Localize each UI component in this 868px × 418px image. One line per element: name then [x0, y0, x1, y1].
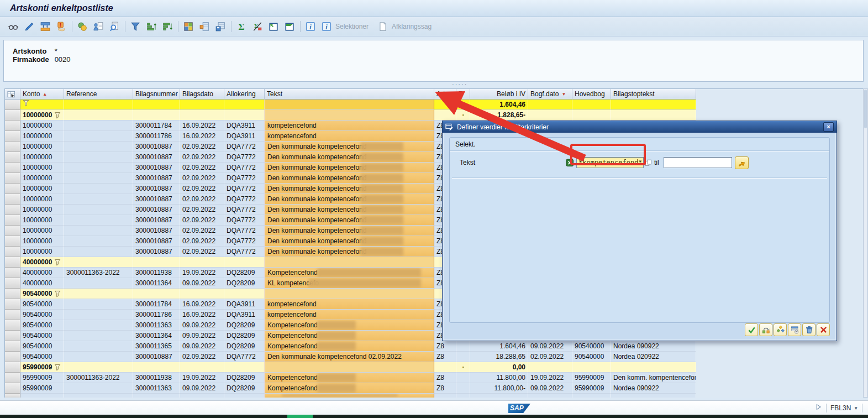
cell-art — [434, 394, 456, 398]
expand-icon[interactable] — [267, 20, 280, 33]
subtotal-marker-icon: ▪ — [459, 100, 467, 109]
table-row[interactable]: 90540000300001136509.09.2022DQ28209Kompe… — [5, 341, 863, 352]
cell-bilagsdato: 02.09.2022 — [180, 205, 224, 215]
konto-value: 90540000 — [23, 310, 52, 320]
column-header-reference[interactable]: Reference — [64, 89, 133, 100]
dialog-titlebar[interactable]: Definer værdier for filterkriterier × — [443, 121, 837, 133]
dialog-close-button[interactable]: × — [823, 122, 834, 132]
column-header-art[interactable]: Art — [434, 89, 456, 100]
column-header-tekst[interactable]: Tekst — [265, 89, 434, 100]
filter-total-row[interactable]: ▪1.604,46 — [5, 100, 863, 110]
layout-insert-icon[interactable] — [198, 20, 211, 33]
cell-allokering: DQA7772 — [224, 142, 265, 152]
statusbar-right: FBL3N ▼ — [814, 403, 866, 414]
column-header-bogfdato[interactable]: Bogf.dato▼ — [528, 89, 572, 100]
table-row[interactable]: 95990009300001136309.09.2022DQ28209Kompe… — [5, 383, 863, 394]
set-filter-icon[interactable] — [129, 20, 142, 33]
column-header-bilagstoptekst[interactable]: Bilagstoptekst — [611, 89, 696, 100]
check-entries-button[interactable] — [759, 323, 772, 336]
cell-sel — [5, 121, 20, 131]
splitter-handle[interactable]: ····· — [452, 81, 467, 87]
accept-button[interactable] — [745, 323, 758, 336]
cell-allokering — [224, 110, 265, 121]
column-header-belob[interactable]: Beløb i IV — [470, 89, 528, 100]
cell-reference — [64, 184, 133, 194]
konto-value: 10000000 — [23, 110, 52, 120]
cell-konto — [20, 100, 64, 110]
collapse-icon[interactable] — [283, 20, 296, 33]
column-header-sum[interactable]: Σ — [456, 89, 470, 100]
cancel-button[interactable] — [817, 323, 830, 336]
sort-descending-icon[interactable] — [161, 20, 174, 33]
layout-save-icon[interactable] — [214, 20, 227, 33]
total-icon[interactable]: Σ — [235, 20, 248, 33]
corner-select-icon[interactable] — [7, 90, 15, 98]
multiple-selection-button[interactable] — [774, 323, 787, 336]
cell-tekst: kompetencefond — [265, 310, 434, 320]
cell-sel — [5, 373, 20, 383]
delete-line-button[interactable] — [788, 323, 801, 336]
find-icon[interactable] — [108, 20, 121, 33]
subtotal-icon[interactable]: Σ — [251, 20, 264, 33]
filter-to-input[interactable] — [664, 157, 732, 168]
column-header-sel[interactable] — [5, 89, 20, 100]
cell-bilagsnummer: 3000010887 — [133, 247, 180, 257]
transaction-dropdown-icon[interactable]: ▼ — [854, 406, 858, 411]
cell-sel — [5, 142, 20, 152]
choose-fields-icon[interactable] — [39, 20, 52, 33]
filter-from-input[interactable] — [576, 157, 644, 168]
delete-all-button[interactable] — [802, 323, 816, 336]
selektioner-button[interactable]: iSelektioner — [320, 20, 369, 33]
cell-bilagsdato: 02.09.2022 — [180, 173, 224, 184]
column-header-hovedbog[interactable]: Hovedbog — [572, 89, 611, 100]
cell-sel — [5, 278, 20, 289]
tekst-value: Den kommunale kompetencefond — [267, 227, 366, 234]
cell-bilagstoptekst — [611, 100, 696, 110]
info-icon[interactable]: i — [304, 20, 317, 33]
copy-icon[interactable] — [645, 159, 652, 166]
scrollbar-thumb[interactable] — [864, 90, 867, 128]
table-row[interactable] — [5, 394, 863, 398]
table-row[interactable]: 90540000300001088702.09.2022DQA7772Den k… — [5, 352, 863, 362]
group-header-row[interactable]: 95990009▪0,00 — [5, 362, 863, 373]
cell-bogfdato: 02.09.2022 — [528, 352, 572, 362]
table-row[interactable]: 959900093000011363-2022300001193819.09.2… — [5, 373, 863, 383]
cell-bilagsnummer: 3000010887 — [133, 215, 180, 226]
column-header-allokering[interactable]: Allokering — [224, 89, 265, 100]
transaction-code[interactable]: FBL3N — [830, 404, 851, 412]
bilagsdato-value: 16.09.2022 — [182, 132, 215, 140]
vertical-scrollbar[interactable] — [863, 88, 868, 398]
display-glasses-icon[interactable] — [7, 20, 20, 33]
konto-value: 10000000 — [23, 226, 52, 236]
column-header-bilagsdato[interactable]: Bilagsdato — [180, 89, 224, 100]
cell-konto: 10000000 — [20, 215, 64, 226]
cell-bogfdato — [528, 394, 572, 398]
bilagsdato-value: 19.09.2022 — [182, 269, 215, 276]
sort-ascending-icon[interactable] — [145, 20, 158, 33]
cell-allokering: DQ28209 — [224, 341, 265, 352]
layout-grid-icon[interactable] — [182, 20, 195, 33]
status-expand-icon[interactable] — [814, 403, 822, 413]
bilagsdato-value: 02.09.2022 — [182, 206, 215, 213]
display-document-icon[interactable] — [92, 20, 105, 33]
edit-pencil-icon[interactable] — [23, 20, 36, 33]
selection-option-icon[interactable] — [566, 159, 574, 167]
column-header-konto[interactable]: Konto▲ — [20, 89, 64, 100]
redacted-text-blur — [360, 142, 403, 151]
afklaringssag-button[interactable]: Afklaringssag — [376, 20, 432, 33]
column-header-bilagsnummer[interactable]: Bilagsnummer — [133, 89, 180, 100]
cell-konto: 10000000 — [20, 173, 64, 184]
display-currency-icon[interactable] — [76, 20, 89, 33]
cell-reference — [64, 362, 133, 373]
multiple-selection-arrow-button[interactable] — [735, 156, 749, 169]
group-header-row[interactable]: 10000000▪1.828,65- — [5, 110, 863, 121]
redacted-text-blur — [360, 216, 403, 224]
column-label: Reference — [66, 90, 97, 98]
cell-konto: 90540000 — [20, 331, 64, 341]
cell-reference — [64, 289, 133, 299]
konto-value: 90540000 — [23, 352, 52, 362]
multiple-selection-icon — [776, 326, 785, 334]
error-log-icon[interactable]: ! — [55, 20, 68, 33]
cell-konto: 90540000 — [20, 352, 64, 362]
konto-value: 90540000 — [23, 331, 52, 341]
